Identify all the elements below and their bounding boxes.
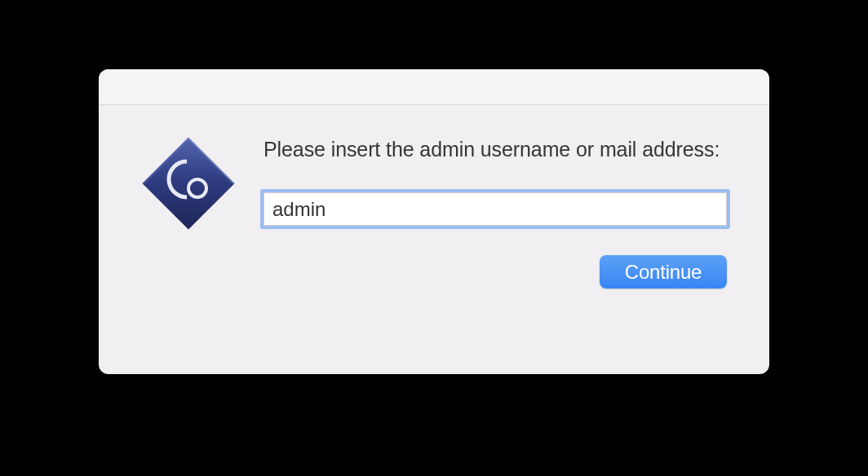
username-input-wrap (264, 192, 727, 226)
continue-button[interactable]: Continue (600, 255, 727, 289)
button-row: Continue (264, 255, 727, 289)
dialog-main: Please insert the admin username or mail… (264, 136, 727, 289)
app-icon (141, 136, 236, 231)
username-input[interactable] (264, 192, 727, 226)
admin-login-dialog: Please insert the admin username or mail… (99, 69, 769, 374)
titlebar (99, 69, 769, 105)
dialog-content: Please insert the admin username or mail… (99, 105, 769, 315)
prompt-label: Please insert the admin username or mail… (264, 136, 727, 163)
